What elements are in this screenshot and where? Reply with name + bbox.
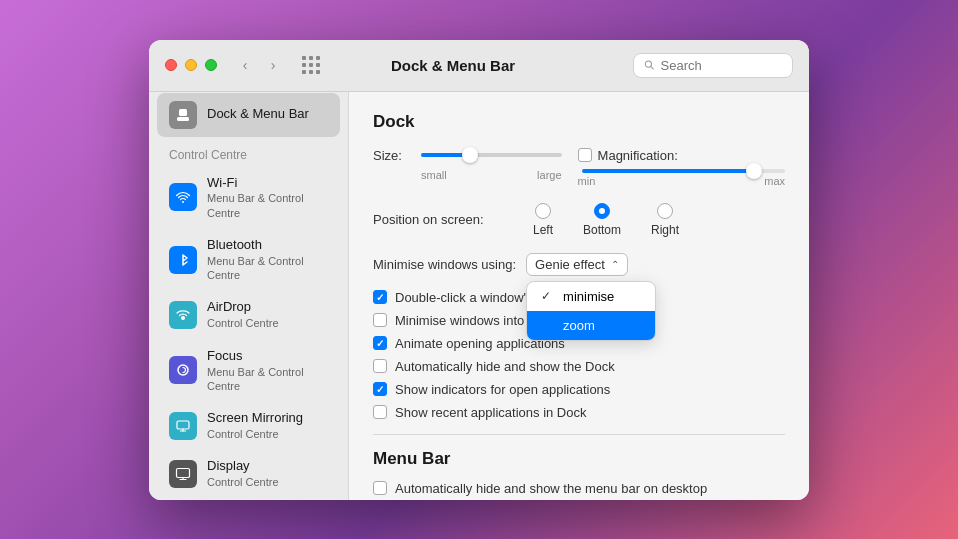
checkbox-auto-hide[interactable] — [373, 359, 387, 373]
back-button[interactable]: ‹ — [233, 53, 257, 77]
position-right[interactable]: Right — [651, 203, 679, 237]
checkbox-row-5: Show recent applications in Dock — [373, 405, 785, 420]
minimize-button[interactable] — [185, 59, 197, 71]
sidebar-bluetooth-subtitle: Menu Bar & Control Centre — [207, 254, 328, 283]
checkbox-auto-hide-menu[interactable] — [373, 481, 387, 495]
size-slider-thumb[interactable] — [462, 147, 478, 163]
minimise-dropdown-wrapper: Genie effect ⌃ ✓ minimise zoom — [526, 253, 628, 276]
control-centre-label: Control Centre — [149, 138, 348, 166]
chevron-down-icon: ⌃ — [611, 259, 619, 270]
content-area: Dock & Menu Bar Control Centre Wi-Fi Men… — [149, 92, 809, 500]
sidebar-bluetooth-text: Bluetooth Menu Bar & Control Centre — [207, 237, 328, 282]
sidebar-dock-text: Dock & Menu Bar — [207, 106, 328, 123]
position-row: Position on screen: Left Bottom Right — [373, 203, 785, 237]
dropdown-item-minimise[interactable]: ✓ minimise — [527, 282, 655, 311]
sidebar-display-text: Display Control Centre — [207, 458, 328, 489]
position-bottom[interactable]: Bottom — [583, 203, 621, 237]
mag-slider-thumb[interactable] — [746, 163, 762, 179]
position-bottom-label: Bottom — [583, 223, 621, 237]
sidebar-dock-title: Dock & Menu Bar — [207, 106, 328, 123]
svg-rect-7 — [177, 468, 190, 477]
checkbox-indicators-label: Show indicators for open applications — [395, 382, 610, 397]
size-slider-track — [421, 153, 562, 157]
sidebar-bluetooth-title: Bluetooth — [207, 237, 328, 254]
size-large-label: large — [537, 169, 561, 181]
sidebar-focus-title: Focus — [207, 348, 328, 365]
sidebar-item-screen-mirroring[interactable]: Screen Mirroring Control Centre — [157, 402, 340, 449]
checkbox-animate[interactable] — [373, 336, 387, 350]
sidebar-wifi-text: Wi-Fi Menu Bar & Control Centre — [207, 175, 328, 220]
radio-left[interactable] — [535, 203, 551, 219]
search-icon — [644, 59, 655, 71]
checkbox-double-click[interactable] — [373, 290, 387, 304]
radio-right[interactable] — [657, 203, 673, 219]
sidebar-mirroring-title: Screen Mirroring — [207, 410, 328, 427]
mag-slider-track — [582, 169, 785, 173]
dropdown-item-zoom[interactable]: zoom — [527, 311, 655, 340]
mag-slider-fill — [582, 169, 755, 173]
dropdown-zoom-label: zoom — [563, 318, 595, 333]
menu-bar-title: Menu Bar — [373, 449, 785, 469]
minimise-dropdown-popup: ✓ minimise zoom — [526, 281, 656, 341]
airdrop-icon — [169, 301, 197, 329]
check-icon: ✓ — [541, 289, 555, 303]
position-left[interactable]: Left — [533, 203, 553, 237]
sidebar-item-sound[interactable]: Sound Menu Bar & Control Centre — [157, 499, 340, 500]
window-title: Dock & Menu Bar — [273, 57, 633, 74]
wifi-icon — [169, 183, 197, 211]
magnification-checkbox[interactable] — [578, 148, 592, 162]
sidebar-airdrop-text: AirDrop Control Centre — [207, 299, 328, 330]
size-small-label: small — [421, 169, 447, 181]
search-bar[interactable] — [633, 53, 793, 78]
checkbox-auto-hide-label: Automatically hide and show the Dock — [395, 359, 615, 374]
size-label: Size: — [373, 148, 413, 163]
main-panel: Dock Size: small — [349, 92, 809, 500]
radio-bottom[interactable] — [594, 203, 610, 219]
minimise-label: Minimise windows using: — [373, 257, 516, 272]
checkbox-minimise-into[interactable] — [373, 313, 387, 327]
checkbox-auto-hide-menu-label: Automatically hide and show the menu bar… — [395, 481, 707, 496]
sidebar-item-wifi[interactable]: Wi-Fi Menu Bar & Control Centre — [157, 167, 340, 228]
svg-line-1 — [651, 66, 654, 69]
position-label: Position on screen: — [373, 212, 533, 227]
checkbox-recent-apps[interactable] — [373, 405, 387, 419]
mag-min-label: min — [578, 175, 596, 187]
minimise-dropdown-value: Genie effect — [535, 257, 605, 272]
focus-icon — [169, 356, 197, 384]
dock-section-title: Dock — [373, 112, 785, 132]
sidebar-mirroring-subtitle: Control Centre — [207, 427, 328, 441]
checkbox-indicators[interactable] — [373, 382, 387, 396]
svg-point-5 — [178, 365, 188, 375]
sidebar-item-display[interactable]: Display Control Centre — [157, 450, 340, 497]
sidebar-focus-text: Focus Menu Bar & Control Centre — [207, 348, 328, 393]
magnification-label: Magnification: — [598, 148, 678, 163]
titlebar: ‹ › Dock & Menu Bar — [149, 40, 809, 92]
minimise-row: Minimise windows using: Genie effect ⌃ ✓… — [373, 253, 785, 276]
sidebar-item-bluetooth[interactable]: Bluetooth Menu Bar & Control Centre — [157, 229, 340, 290]
sidebar-display-subtitle: Control Centre — [207, 475, 328, 489]
sidebar-item-dock-menu-bar[interactable]: Dock & Menu Bar — [157, 93, 340, 137]
sidebar-focus-subtitle: Menu Bar & Control Centre — [207, 365, 328, 394]
sidebar-wifi-title: Wi-Fi — [207, 175, 328, 192]
sidebar: Dock & Menu Bar Control Centre Wi-Fi Men… — [149, 92, 349, 500]
sidebar-item-airdrop[interactable]: AirDrop Control Centre — [157, 291, 340, 338]
svg-point-4 — [181, 316, 185, 320]
display-icon — [169, 460, 197, 488]
minimise-dropdown[interactable]: Genie effect ⌃ — [526, 253, 628, 276]
close-button[interactable] — [165, 59, 177, 71]
checkbox-row-4: Show indicators for open applications — [373, 382, 785, 397]
sidebar-wifi-subtitle: Menu Bar & Control Centre — [207, 191, 328, 220]
sidebar-mirroring-text: Screen Mirroring Control Centre — [207, 410, 328, 441]
menu-bar-checkbox-0: Automatically hide and show the menu bar… — [373, 481, 785, 496]
position-radio-group: Left Bottom Right — [533, 203, 679, 237]
bluetooth-icon — [169, 246, 197, 274]
search-input[interactable] — [661, 58, 782, 73]
traffic-lights — [165, 59, 217, 71]
sidebar-item-focus[interactable]: Focus Menu Bar & Control Centre — [157, 340, 340, 401]
maximize-button[interactable] — [205, 59, 217, 71]
separator — [373, 434, 785, 435]
screen-mirroring-icon — [169, 412, 197, 440]
sidebar-display-title: Display — [207, 458, 328, 475]
sidebar-airdrop-subtitle: Control Centre — [207, 316, 328, 330]
settings-window: ‹ › Dock & Menu Bar — [149, 40, 809, 500]
